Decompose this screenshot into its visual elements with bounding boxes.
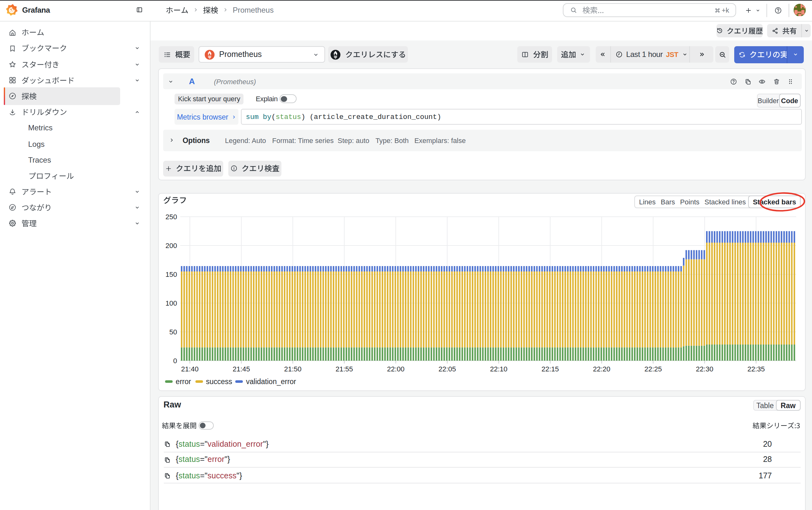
svg-text:250: 250 <box>166 213 177 221</box>
svg-text:21:50: 21:50 <box>284 365 301 373</box>
svg-text:100: 100 <box>166 299 177 307</box>
svg-text:150: 150 <box>166 270 177 278</box>
svg-text:21:55: 21:55 <box>335 365 353 373</box>
svg-text:0: 0 <box>173 357 177 365</box>
svg-text:22:20: 22:20 <box>593 365 610 373</box>
svg-text:22:30: 22:30 <box>696 365 713 373</box>
svg-text:200: 200 <box>166 242 177 249</box>
svg-text:22:05: 22:05 <box>439 365 456 373</box>
svg-text:22:00: 22:00 <box>387 365 404 373</box>
svg-text:21:45: 21:45 <box>233 365 250 373</box>
svg-text:22:15: 22:15 <box>541 365 559 373</box>
svg-text:50: 50 <box>170 328 177 336</box>
svg-text:22:35: 22:35 <box>748 365 765 373</box>
svg-text:22:10: 22:10 <box>490 365 508 373</box>
svg-text:22:25: 22:25 <box>644 365 662 373</box>
svg-text:21:40: 21:40 <box>181 365 199 373</box>
